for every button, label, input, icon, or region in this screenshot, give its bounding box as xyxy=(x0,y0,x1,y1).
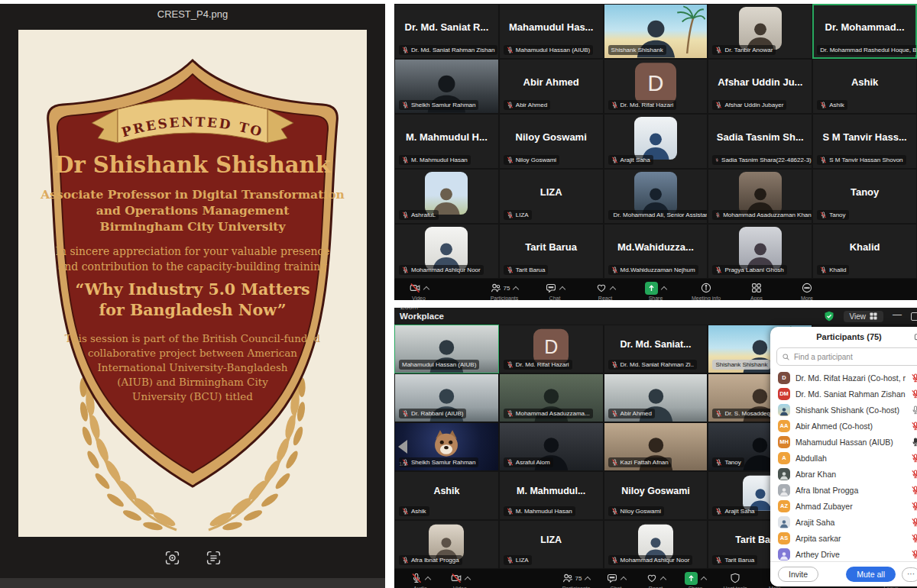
participant-tile[interactable]: AshrafuL xyxy=(394,169,499,224)
participant-tile[interactable]: LIZALIZA xyxy=(499,520,604,569)
participant-tile[interactable]: AshikAshik xyxy=(812,59,917,114)
participant-tile[interactable]: Pragya Labani Ghosh xyxy=(708,224,812,279)
restore-button[interactable] xyxy=(911,312,917,321)
participant-row[interactable]: Arajit Saha xyxy=(770,514,917,530)
participant-tile[interactable]: Dr. Md. Saniat...Dr. Md. Saniat Rahman Z… xyxy=(604,325,708,373)
participant-tile[interactable]: AshikAshik xyxy=(394,471,499,520)
participant-tile[interactable]: Md.Wahiduzza...Md.Wahiduzzaman Nejhum xyxy=(604,224,708,279)
participants-more-button[interactable]: ··· xyxy=(902,567,917,582)
participant-tile[interactable]: S M Tanvir Hass...S M Tanvir Hassan Shov… xyxy=(812,114,917,169)
share-button[interactable]: Share xyxy=(636,279,676,300)
name-tag: Shishank Shishank xyxy=(608,45,666,55)
participant-tile[interactable]: Tarit BaruaTarit Barua xyxy=(499,224,604,279)
visual-search-button[interactable] xyxy=(160,548,183,567)
participant-tile[interactable]: Dr. Mohammad Ali, Senior Assistant ... xyxy=(604,169,708,224)
react-button[interactable]: React xyxy=(636,569,676,588)
participant-tile[interactable]: Dr. Md. Saniat R...Dr. Md. Saniat Rahman… xyxy=(394,4,499,59)
participant-letter-avatar: D xyxy=(778,372,790,384)
video-button[interactable]: Video xyxy=(399,279,439,300)
participant-tile[interactable]: Abir AhmedAbir Ahmed xyxy=(499,59,604,114)
view-button[interactable]: View xyxy=(844,311,884,322)
participant-tile[interactable]: TanoyTanoy xyxy=(812,169,917,224)
chevron-up-icon[interactable] xyxy=(513,286,519,292)
participant-tile[interactable]: Arajit Saha xyxy=(604,114,708,169)
participant-tile[interactable]: Niloy GoswamiNiloy Goswami xyxy=(499,114,604,169)
participant-row[interactable]: DDr. Md. Rifat Hazari (Co-host, me) xyxy=(770,370,917,386)
share-button[interactable]: Share xyxy=(676,569,715,588)
chevron-up-icon[interactable] xyxy=(609,286,615,292)
chat-button[interactable]: Chat xyxy=(596,569,636,588)
participants-button[interactable]: 75Participants xyxy=(556,569,596,588)
participant-tile[interactable]: LIZALIZA xyxy=(499,169,604,224)
react-button[interactable]: React xyxy=(585,279,625,300)
gallery-prev-arrow[interactable] xyxy=(398,440,407,454)
participant-tile[interactable]: Mohammad Ashiqur Noor xyxy=(604,520,708,569)
participant-row[interactable]: AZAhmad Zubayer xyxy=(770,498,917,514)
audio-button[interactable]: Audio xyxy=(400,569,440,588)
participant-tile[interactable]: Sadia Tasnim Sh...Sadia Tasnim Shara(22-… xyxy=(708,114,812,169)
mic-muted-icon xyxy=(507,267,514,273)
participant-tile[interactable]: 1/3Sheikh Samiur Rahman xyxy=(394,422,499,471)
participant-name: Ahmad Zubayer xyxy=(795,502,906,511)
chevron-up-icon[interactable] xyxy=(559,286,565,292)
participant-tile[interactable]: KhalidKhalid xyxy=(812,224,917,279)
participant-tile[interactable]: Asraful Alom xyxy=(499,422,604,471)
participant-tile[interactable]: DDr. Md. Rifat Hazari xyxy=(604,59,708,114)
participant-tile[interactable]: Abir Ahmed xyxy=(604,373,708,422)
chevron-up-icon[interactable] xyxy=(424,576,430,582)
participant-tile[interactable]: Dr. Rabbani (AIUB) xyxy=(394,373,499,422)
participant-tile[interactable]: Afshar Uddin Ju...Afshar Uddin Jubayer xyxy=(708,59,812,114)
host-tools-button[interactable]: Host tools xyxy=(715,569,755,588)
chevron-up-icon[interactable] xyxy=(620,576,626,582)
participant-row[interactable]: Abrar Khan xyxy=(770,466,917,482)
participant-search-input[interactable]: Find a participant xyxy=(776,347,917,366)
video-button[interactable]: Video xyxy=(440,569,480,588)
certificate-image: PRESENTED TO Dr Shishank Shishank Associ… xyxy=(18,30,367,537)
extract-text-button[interactable] xyxy=(202,548,225,567)
participants-list: DDr. Md. Rifat Hazari (Co-host, me)DMDr.… xyxy=(770,370,917,562)
minimize-button[interactable]: — xyxy=(893,309,902,320)
chevron-up-icon[interactable] xyxy=(661,286,667,292)
participant-row[interactable]: Afra Ibnat Progga xyxy=(770,482,917,498)
chevron-up-icon[interactable] xyxy=(585,576,591,582)
invite-button[interactable]: Invite xyxy=(778,567,818,582)
participant-row[interactable]: Shishank Shishank (Co-host) xyxy=(770,402,917,418)
participant-tile[interactable]: Mahamudul Hassan (AIUB) xyxy=(394,325,499,373)
participant-row[interactable]: MHMahamudul Hassan (AIUB) xyxy=(770,434,917,450)
participant-tile[interactable]: M. Mahmudul H...M. Mahmudul Hasan xyxy=(394,114,499,169)
chat-button[interactable]: Chat xyxy=(535,279,575,300)
participant-row[interactable]: AAAbir Ahmed (Co-host) xyxy=(770,418,917,434)
name-tag: Afra Ibnat Progga xyxy=(399,555,462,565)
participants-button[interactable]: 75Participants xyxy=(484,279,524,300)
participant-row[interactable]: AAbdullah xyxy=(770,450,917,466)
participant-tile[interactable]: Mohammad Asaduzzama... xyxy=(499,373,604,422)
popout-icon[interactable] xyxy=(914,332,917,341)
chevron-up-icon[interactable] xyxy=(464,576,470,582)
name-tag: Pragya Labani Ghosh xyxy=(712,265,786,275)
chevron-up-icon[interactable] xyxy=(423,286,429,292)
meeting-info-button[interactable]: Meeting info xyxy=(686,279,726,300)
mic-muted-icon xyxy=(611,557,618,564)
more-button[interactable]: More xyxy=(787,279,827,300)
participant-tile[interactable]: Dr. Mohammad...Dr. Mohammad Rashedul Hoq… xyxy=(812,4,917,59)
meeting-toolbar: Video 75ParticipantsChatReactShareMeetin… xyxy=(394,279,917,300)
participant-tile[interactable]: Dr. Tanbir Anowar xyxy=(708,4,812,59)
participant-tile[interactable]: Niloy GoswamiNiloy Goswami xyxy=(604,471,708,520)
participant-tile[interactable]: Shishank Shishank xyxy=(604,4,708,59)
participant-tile[interactable]: Afra Ibnat Progga xyxy=(394,520,499,569)
participant-tile[interactable]: Mohammad Asaduzzaman Khan xyxy=(708,169,812,224)
participant-tile[interactable]: Sheikh Samiur Rahman xyxy=(394,59,499,114)
participant-row[interactable]: Arthey Drive xyxy=(770,546,917,562)
participant-tile[interactable]: Mohammad Ashiqur Noor xyxy=(394,224,499,279)
chevron-up-icon[interactable] xyxy=(701,576,707,582)
participant-tile[interactable]: Kazi Fattah Afnan xyxy=(604,422,708,471)
participant-tile[interactable]: Mahamudul Has...Mahamudul Hassan (AIUB) xyxy=(499,4,604,59)
participant-tile[interactable]: M. Mahmudul...M. Mahmudul Hasan xyxy=(499,471,604,520)
chevron-up-icon[interactable] xyxy=(659,576,666,582)
participant-row[interactable]: ASArpita sarkar xyxy=(770,530,917,546)
participant-tile[interactable]: DDr. Md. Rifat Hazari xyxy=(499,325,604,373)
apps-button[interactable]: Apps xyxy=(737,279,776,300)
participant-row[interactable]: DMDr. Md. Saniat Rahman Zishan (Host) xyxy=(770,386,917,402)
mute-all-button[interactable]: Mute all xyxy=(846,567,896,582)
participant-name: Afra Ibnat Progga xyxy=(795,486,906,495)
